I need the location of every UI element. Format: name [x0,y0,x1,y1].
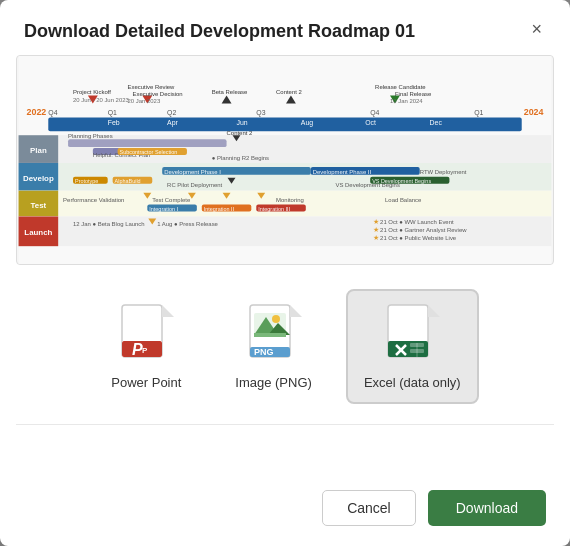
svg-text:★: ★ [373,227,379,234]
svg-text:RTW Deployment: RTW Deployment [420,169,467,175]
format-options: P P Power Point [24,289,546,404]
svg-text:Oct: Oct [365,120,376,127]
format-option-png[interactable]: PNG Image (PNG) [217,289,330,404]
svg-text:Feb: Feb [108,120,120,127]
svg-text:VS Development Begins: VS Development Begins [372,178,431,184]
png-icon: PNG [246,303,302,367]
svg-text:10 Jan 2024: 10 Jan 2024 [390,98,423,104]
format-option-excel[interactable]: Excel (data only) [346,289,479,404]
svg-text:21 Oct ● Public Website Live: 21 Oct ● Public Website Live [380,236,457,242]
svg-rect-34 [68,140,226,148]
svg-text:1 Aug ● Press Release: 1 Aug ● Press Release [157,222,218,228]
svg-text:Beta Release: Beta Release [212,89,248,95]
svg-text:Q4: Q4 [48,110,57,118]
svg-text:Develop: Develop [23,174,54,183]
svg-text:12 Jan ● Beta Blog Launch: 12 Jan ● Beta Blog Launch [73,222,145,228]
svg-text:P: P [142,346,148,355]
svg-text:Planning Phases: Planning Phases [68,134,113,140]
svg-text:Q3: Q3 [256,110,265,118]
cancel-button[interactable]: Cancel [322,490,416,526]
svg-text:Jun: Jun [236,120,247,127]
svg-text:● Planning R2 Begins: ● Planning R2 Begins [212,155,269,161]
svg-text:AlphaBuild: AlphaBuild [115,178,141,184]
close-button[interactable]: × [527,20,546,38]
svg-text:21 Oct ● WW Launch Event: 21 Oct ● WW Launch Event [380,220,454,226]
svg-marker-105 [428,305,440,317]
svg-text:Q2: Q2 [167,110,176,118]
svg-text:Integration II: Integration II [204,206,235,212]
svg-text:2024: 2024 [524,108,544,118]
svg-text:Release Candidate: Release Candidate [375,84,426,90]
svg-text:Development Phase II: Development Phase II [313,169,372,175]
svg-text:Launch: Launch [24,229,52,238]
modal-footer: Cancel Download [0,478,570,546]
format-label-excel: Excel (data only) [364,375,461,390]
svg-text:Integration III: Integration III [258,206,290,212]
svg-text:Load Balance: Load Balance [385,197,422,203]
svg-text:Executive Decision: Executive Decision [132,91,182,97]
svg-text:Dec: Dec [430,120,443,127]
svg-text:Apr: Apr [167,120,178,128]
svg-text:RC Pilot Deployment: RC Pilot Deployment [167,182,222,188]
format-label-powerpoint: Power Point [111,375,181,390]
xls-icon [384,303,440,367]
svg-text:Test Complete: Test Complete [152,197,191,203]
svg-rect-101 [254,333,286,337]
svg-text:Performance Validation: Performance Validation [63,197,124,203]
download-modal: Download Detailed Development Roadmap 01… [0,0,570,546]
svg-text:Q1: Q1 [108,110,117,118]
svg-text:Plan: Plan [30,146,47,155]
svg-text:Prototype: Prototype [75,178,98,184]
svg-text:Development Phase I: Development Phase I [164,169,221,175]
svg-text:2022: 2022 [26,108,46,118]
divider [16,424,554,425]
svg-text:Project Kickoff: Project Kickoff [73,89,111,95]
roadmap-preview-area: 2022 2024 Q4 Q1 Q2 Feb Apr Jun Aug Oct D… [16,55,554,265]
svg-text:20 Jun - 20 Jun 2023: 20 Jun - 20 Jun 2023 [73,97,129,103]
svg-text:★: ★ [373,219,379,226]
svg-text:Executive Review: Executive Review [128,84,176,90]
svg-text:Integration I: Integration I [149,206,178,212]
ppt-icon: P P [118,303,174,367]
svg-text:Content 2: Content 2 [276,89,302,95]
svg-marker-96 [290,305,302,317]
svg-text:Content 2: Content 2 [227,131,253,137]
format-label-png: Image (PNG) [235,375,312,390]
format-option-powerpoint[interactable]: P P Power Point [91,289,201,404]
roadmap-preview-svg: 2022 2024 Q4 Q1 Q2 Feb Apr Jun Aug Oct D… [17,56,553,264]
svg-rect-60 [19,191,552,217]
format-section: P P Power Point [0,281,570,424]
svg-text:★: ★ [373,235,379,242]
modal-title: Download Detailed Development Roadmap 01 [24,20,415,43]
svg-text:Monitoring: Monitoring [276,197,304,203]
svg-text:Test: Test [31,201,47,210]
modal-header: Download Detailed Development Roadmap 01… [0,0,570,55]
svg-text:Subcontractor Selection: Subcontractor Selection [120,149,178,155]
svg-text:20 Jan 2023: 20 Jan 2023 [128,98,161,104]
svg-text:Final Release: Final Release [395,91,432,97]
svg-point-98 [272,315,280,323]
svg-text:Q1: Q1 [474,110,483,118]
svg-text:Aug: Aug [301,120,313,128]
svg-marker-90 [162,305,174,317]
svg-text:21 Oct ● Gartner Analyst Revie: 21 Oct ● Gartner Analyst Review [380,228,467,234]
svg-text:Q4: Q4 [370,110,379,118]
download-button[interactable]: Download [428,490,546,526]
svg-text:PNG: PNG [254,347,274,357]
